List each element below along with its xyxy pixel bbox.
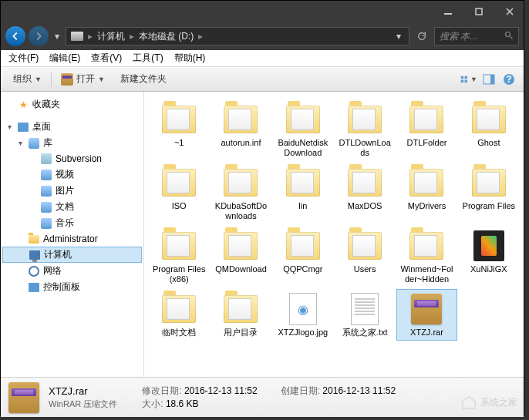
file-label: Program Files	[463, 201, 515, 211]
file-item[interactable]: Users	[335, 226, 395, 287]
tree-documents[interactable]: 文档	[2, 199, 142, 215]
file-item[interactable]: KDubaSoftDownloads	[211, 163, 271, 224]
help-button[interactable]: ?	[500, 71, 517, 88]
organize-button[interactable]: 组织▼	[7, 70, 48, 88]
file-item[interactable]: 临时文档	[149, 289, 209, 341]
folder-icon	[224, 106, 258, 133]
address-bar[interactable]: ▸ 计算机 ▸ 本地磁盘 (D:) ▸ ▾	[66, 27, 409, 45]
file-item[interactable]: lin	[273, 163, 333, 224]
minimize-button[interactable]	[437, 4, 459, 19]
file-item[interactable]: ~1	[149, 99, 209, 161]
folder-icon	[472, 169, 506, 197]
address-dropdown[interactable]: ▾	[393, 31, 404, 42]
file-item[interactable]: QMDownload	[211, 226, 271, 287]
file-item[interactable]: DTLDownLoads	[335, 99, 395, 161]
file-item[interactable]: Ghost	[459, 99, 519, 161]
file-item[interactable]: Winmend~Folder~Hidden	[396, 226, 457, 287]
tree-music[interactable]: 音乐	[2, 215, 142, 231]
file-item[interactable]: XTZJ.rar	[396, 289, 457, 341]
refresh-button[interactable]	[413, 27, 431, 45]
tree-pictures[interactable]: 图片	[2, 183, 142, 199]
file-label: QMDownload	[215, 264, 267, 274]
file-item[interactable]: autorun.inf	[211, 99, 271, 161]
nav-bar: ▾ ▸ 计算机 ▸ 本地磁盘 (D:) ▸ ▾ 搜索 本...	[1, 22, 524, 50]
file-label: Ghost	[477, 138, 500, 148]
search-box[interactable]: 搜索 本...	[434, 27, 519, 45]
file-label: QQPCmgr	[283, 264, 322, 274]
folder-icon	[286, 232, 320, 260]
tree-controlpanel[interactable]: 控制面板	[2, 279, 142, 295]
tree-network[interactable]: 网络	[2, 263, 142, 279]
breadcrumb-computer[interactable]: 计算机	[97, 30, 125, 43]
file-item[interactable]: ISO	[149, 163, 209, 224]
file-item[interactable]: 系统之家.txt	[335, 289, 395, 341]
file-item[interactable]: Program Files (x86)	[149, 226, 209, 287]
pictures-icon	[40, 185, 52, 197]
folder-icon	[286, 169, 320, 197]
file-label: MyDrivers	[408, 201, 446, 211]
menu-tools[interactable]: 工具(T)	[128, 50, 167, 66]
breadcrumb-drive[interactable]: 本地磁盘 (D:)	[139, 30, 194, 43]
desktop-icon	[17, 121, 29, 133]
tree-favorites[interactable]: ★收藏夹	[2, 96, 142, 113]
file-label: autorun.inf	[221, 138, 261, 148]
menu-file[interactable]: 文件(F)	[4, 50, 43, 66]
file-item[interactable]: BaiduNetdiskDownload	[273, 99, 333, 161]
svg-rect-8	[490, 75, 494, 84]
folder-icon	[162, 169, 196, 197]
tree-admin[interactable]: Administrator	[2, 231, 142, 247]
file-list[interactable]: ~1autorun.infBaiduNetdiskDownloadDTLDown…	[144, 92, 524, 377]
folder-icon	[348, 169, 382, 197]
menu-help[interactable]: 帮助(H)	[170, 50, 211, 66]
file-item[interactable]: QQPCmgr	[273, 226, 333, 287]
file-label: Users	[354, 264, 376, 274]
file-label: ~1	[174, 138, 184, 148]
tree-video[interactable]: 视频	[2, 166, 142, 183]
svg-rect-3	[461, 76, 463, 78]
svg-rect-5	[461, 79, 463, 82]
star-icon: ★	[17, 99, 29, 111]
file-label: BaiduNetdiskDownload	[275, 138, 331, 158]
details-filename: XTZJ.rar	[49, 385, 117, 397]
new-folder-button[interactable]: 新建文件夹	[114, 70, 173, 88]
folder-icon	[348, 232, 382, 260]
menu-edit[interactable]: 编辑(E)	[45, 50, 85, 66]
folder-icon	[40, 153, 52, 165]
maximize-button[interactable]	[468, 4, 490, 19]
file-label: DTLDownLoads	[337, 138, 393, 158]
computer-icon	[29, 249, 41, 261]
app-icon	[473, 230, 504, 261]
tree-libraries[interactable]: ▾库	[2, 135, 142, 151]
history-dropdown[interactable]: ▾	[52, 31, 62, 42]
open-button[interactable]: 打开▼	[55, 70, 111, 88]
tree-computer[interactable]: 计算机	[2, 247, 142, 263]
details-size: 18.6 KB	[166, 398, 199, 409]
folder-icon	[162, 295, 196, 323]
drive-icon	[71, 32, 83, 41]
search-placeholder: 搜索 本...	[440, 30, 477, 43]
folder-icon	[409, 232, 443, 260]
file-item[interactable]: DTLFolder	[396, 99, 457, 161]
file-label: lin	[298, 201, 307, 211]
file-label: ISO	[172, 201, 187, 211]
library-icon	[28, 137, 40, 150]
close-button[interactable]	[499, 4, 521, 19]
file-label: Program Files (x86)	[151, 264, 207, 284]
file-item[interactable]: MaxDOS	[335, 163, 395, 224]
back-button[interactable]	[5, 26, 25, 46]
file-item[interactable]: XuNiJiGX	[459, 226, 519, 287]
file-label: XTZJ.rar	[410, 328, 443, 338]
forward-button[interactable]	[29, 26, 49, 46]
file-item[interactable]: 用户目录	[211, 289, 271, 341]
control-panel-icon	[28, 281, 40, 294]
file-item[interactable]: ◉XTZJlogo.jpg	[273, 289, 333, 341]
tree-desktop[interactable]: ▾桌面	[2, 119, 142, 135]
file-item[interactable]: Program Files	[459, 163, 519, 224]
menu-view[interactable]: 查看(V)	[86, 50, 126, 66]
tree-subversion[interactable]: Subversion	[2, 151, 142, 166]
details-modified: 2016-12-13 11:52	[184, 385, 258, 396]
file-item[interactable]: MyDrivers	[396, 163, 457, 224]
preview-pane-button[interactable]	[480, 71, 497, 88]
view-options-button[interactable]: ▼	[460, 71, 477, 88]
music-icon	[40, 217, 52, 230]
